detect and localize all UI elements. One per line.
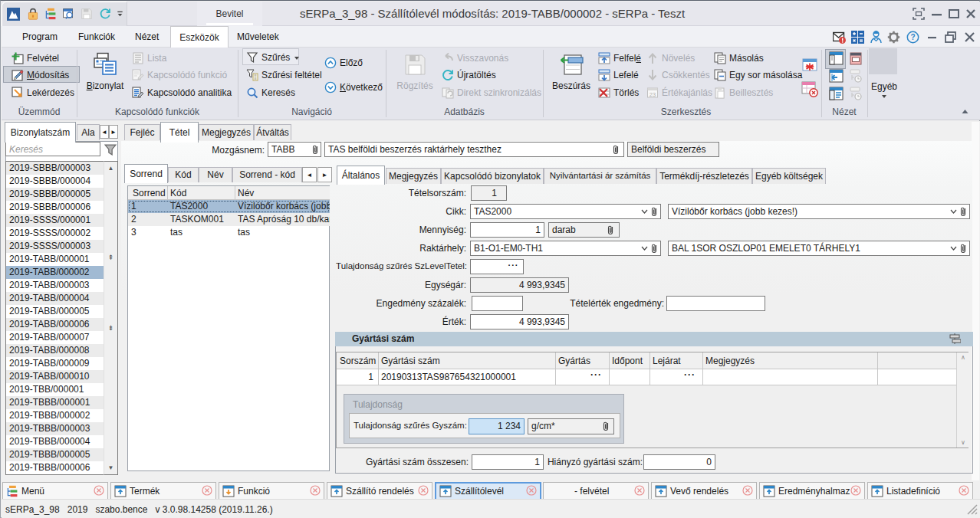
svg-text:23: 23 [649, 91, 656, 98]
svg-text:?: ? [910, 33, 915, 41]
